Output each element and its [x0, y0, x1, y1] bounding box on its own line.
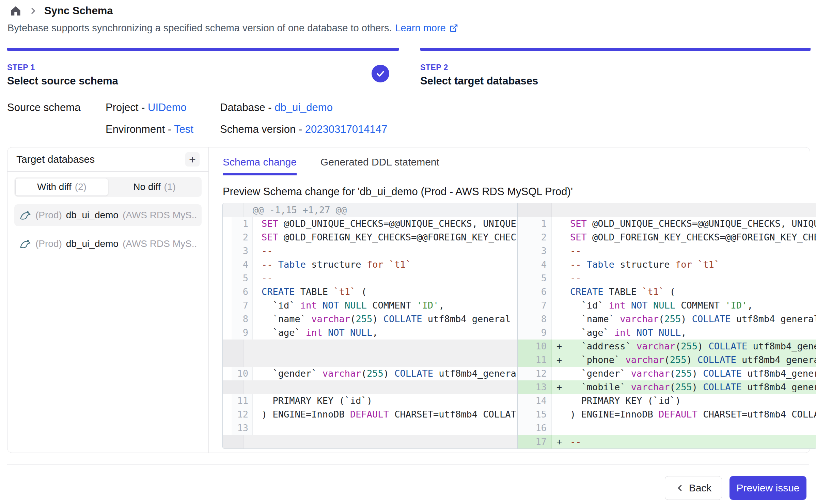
page-description: Bytebase supports synchronizing a specif…	[7, 22, 459, 34]
diff-code-row: 8 `name` varchar(255) COLLATE utf8mb4_ge…	[223, 312, 517, 326]
home-icon[interactable]	[10, 5, 22, 17]
schema-version-link[interactable]: 20230317014147	[305, 123, 387, 135]
diff-code-row: 13+ `mobile` varchar(255) COLLATE utf8mb…	[518, 380, 816, 394]
source-schema-label: Source schema	[7, 101, 106, 114]
source-schema-summary: Source schema Project - UIDemo Database …	[7, 97, 458, 140]
diff-code-row: 4-- Table structure for `t1`	[223, 258, 517, 271]
diff-code-row: 7 `id` int NOT NULL COMMENT 'ID',	[518, 299, 816, 312]
diff-code-row: 3--	[518, 244, 816, 258]
diff-code-row: 17+--	[518, 435, 816, 448]
step-1-label: STEP 1	[7, 63, 399, 72]
diff-code-row: 4-- Table structure for `t1`	[518, 258, 816, 271]
database-field: Database - db_ui_demo	[220, 101, 458, 114]
database-link[interactable]: db_ui_demo	[274, 101, 333, 113]
mysql-icon	[19, 238, 31, 250]
mysql-icon	[19, 209, 31, 221]
filter-no-diff[interactable]: No diff (1)	[108, 178, 201, 196]
step-1: STEP 1 Select source schema	[7, 48, 399, 87]
diff-filler-row	[223, 380, 517, 394]
add-target-database-button[interactable]: +	[185, 152, 200, 167]
preview-title: Preview Schema change for 'db_ui_demo (P…	[223, 186, 810, 198]
external-link-icon	[449, 23, 459, 33]
diff-code-row: 10+ `address` varchar(255) COLLATE utf8m…	[518, 340, 816, 353]
database-instance: (AWS RDS MyS...	[123, 238, 197, 249]
sync-schema-panel: Target databases + With diff (2) No diff…	[7, 147, 810, 453]
step-2-title: Select target databases	[420, 75, 811, 87]
target-databases-panel: Target databases + With diff (2) No diff…	[7, 147, 209, 453]
environment-link[interactable]: Test	[174, 123, 193, 135]
learn-more-link[interactable]: Learn more	[395, 22, 458, 34]
diff-code-row: 15) ENGINE=InnoDB DEFAULT CHARSET=utf8mb…	[518, 408, 816, 421]
chevron-right-icon	[29, 6, 37, 15]
schema-change-area: Schema change Generated DDL statement Pr…	[209, 147, 810, 453]
back-button[interactable]: Back	[665, 476, 722, 500]
page-title: Sync Schema	[44, 5, 113, 17]
diff-filler-row	[223, 340, 517, 367]
chevron-left-icon	[675, 483, 685, 493]
description-text: Bytebase supports synchronizing a specif…	[7, 22, 392, 34]
environment-field: Environment - Test	[106, 123, 220, 136]
step-1-progress-bar	[7, 48, 399, 51]
target-database-list: (Prod)db_ui_demo(AWS RDS MyS...(Prod)db_…	[14, 204, 202, 255]
diff-code-row: 7 `id` int NOT NULL COMMENT 'ID',	[223, 299, 517, 312]
diff-filler-row	[518, 203, 816, 217]
diff-pane-source: @@ -1,15 +1,27 @@1SET @OLD_UNIQUE_CHECKS…	[223, 203, 518, 448]
database-environment: (Prod)	[35, 210, 62, 221]
diff-code-row: 9 `age` int NOT NULL,	[223, 326, 517, 340]
diff-code-row: 6CREATE TABLE `t1` (	[223, 285, 517, 299]
diff-code-row: 8 `name` varchar(255) COLLATE utf8mb4_ge…	[518, 312, 816, 326]
diff-pane-target: 1SET @OLD_UNIQUE_CHECKS=@@UNIQUE_CHECKS,…	[518, 203, 816, 448]
breadcrumb: Sync Schema	[10, 3, 113, 19]
diff-filter-segmented-control: With diff (2) No diff (1)	[14, 177, 202, 197]
tab-bar: Schema change Generated DDL statement	[209, 147, 810, 175]
diff-code-row: 13	[223, 421, 517, 435]
step-1-title: Select source schema	[7, 75, 399, 87]
diff-code-row: 9 `age` int NOT NULL,	[518, 326, 816, 340]
database-name: db_ui_demo	[66, 210, 119, 221]
footer-divider	[7, 464, 809, 465]
filter-with-diff[interactable]: With diff (2)	[15, 178, 108, 196]
diff-code-row: 11 PRIMARY KEY (`id`)	[223, 394, 517, 408]
preview-issue-button[interactable]: Preview issue	[729, 476, 806, 500]
diff-code-row: 3--	[223, 244, 517, 258]
tab-generated-ddl[interactable]: Generated DDL statement	[320, 156, 439, 175]
diff-code-row: 6CREATE TABLE `t1` (	[518, 285, 816, 299]
target-database-item[interactable]: (Prod)db_ui_demo(AWS RDS MyS...	[14, 204, 202, 226]
project-link[interactable]: UIDemo	[148, 101, 187, 113]
diff-code-row: 1SET @OLD_UNIQUE_CHECKS=@@UNIQUE_CHECKS,…	[223, 217, 517, 231]
target-databases-title: Target databases	[16, 154, 95, 165]
diff-filler-row	[223, 435, 517, 448]
diff-code-row: 2SET @OLD_FOREIGN_KEY_CHECKS=@@FOREIGN_K…	[223, 231, 517, 244]
diff-code-row: 12 `gender` varchar(255) COLLATE utf8mb4…	[518, 367, 816, 380]
project-field: Project - UIDemo	[106, 101, 220, 114]
target-database-item[interactable]: (Prod)db_ui_demo(AWS RDS MyS...	[14, 233, 202, 255]
schema-diff-viewer[interactable]: @@ -1,15 +1,27 @@1SET @OLD_UNIQUE_CHECKS…	[222, 203, 816, 449]
diff-code-row: 14 PRIMARY KEY (`id`)	[518, 394, 816, 408]
database-environment: (Prod)	[35, 238, 62, 249]
diff-code-row: 1SET @OLD_UNIQUE_CHECKS=@@UNIQUE_CHECKS,…	[518, 217, 816, 231]
schema-version-field: Schema version - 20230317014147	[220, 123, 458, 136]
diff-hunk-header: @@ -1,15 +1,27 @@	[223, 203, 517, 217]
step-2-label: STEP 2	[420, 63, 811, 72]
diff-code-row: 16	[518, 421, 816, 435]
diff-code-row: 12) ENGINE=InnoDB DEFAULT CHARSET=utf8mb…	[223, 408, 517, 421]
step-completed-check-icon	[372, 65, 389, 82]
tab-schema-change[interactable]: Schema change	[223, 156, 297, 175]
database-instance: (AWS RDS MyS...	[123, 210, 197, 221]
diff-code-row: 10 `gender` varchar(255) COLLATE utf8mb4…	[223, 367, 517, 380]
step-2-progress-bar	[420, 48, 811, 51]
step-2: STEP 2 Select target databases	[420, 48, 811, 87]
diff-code-row: 2SET @OLD_FOREIGN_KEY_CHECKS=@@FOREIGN_K…	[518, 231, 816, 244]
diff-code-row: 5--	[518, 271, 816, 285]
diff-code-row: 5--	[223, 271, 517, 285]
database-name: db_ui_demo	[66, 238, 119, 249]
diff-code-row: 11+ `phone` varchar(255) COLLATE utf8mb4…	[518, 353, 816, 367]
